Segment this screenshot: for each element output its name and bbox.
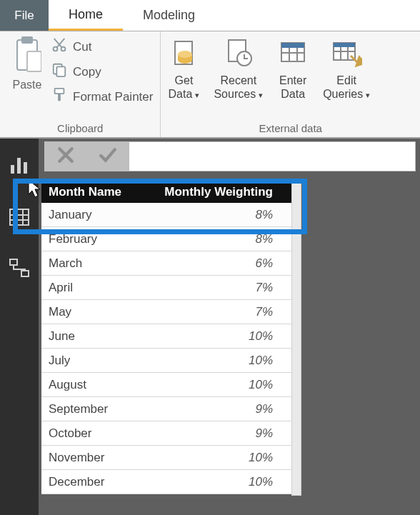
cut-label: Cut: [73, 40, 91, 54]
get-data-label-2: Data: [169, 88, 193, 100]
recent-label-2: Sources: [214, 88, 256, 100]
paste-label: Paste: [13, 79, 42, 91]
report-view-button[interactable]: [5, 153, 34, 181]
formula-input[interactable]: [129, 141, 416, 171]
enter-data-button[interactable]: Enter Data: [277, 37, 309, 101]
x-icon: [56, 154, 75, 166]
tab-home[interactable]: Home: [49, 0, 123, 31]
cell-weight: 10%: [147, 378, 283, 392]
cell-month: April: [41, 281, 147, 295]
svg-rect-18: [334, 43, 355, 47]
column-header-month[interactable]: Month Name: [41, 185, 147, 199]
cell-weight: 7%: [147, 305, 283, 319]
svg-rect-20: [17, 158, 21, 174]
table-row[interactable]: July10%: [41, 349, 291, 373]
column-header-weight[interactable]: Monthly Weighting: [147, 185, 283, 199]
svg-rect-6: [56, 66, 65, 76]
work-area: Month Name Monthly Weighting January8%Fe…: [0, 139, 420, 515]
cut-button[interactable]: Cut: [51, 37, 153, 56]
svg-rect-21: [24, 162, 27, 174]
table-row[interactable]: May7%: [41, 300, 291, 324]
clipboard-icon: [13, 36, 41, 77]
cancel-formula-button[interactable]: [56, 146, 75, 167]
cell-month: December: [41, 475, 147, 489]
table-row[interactable]: April7%: [41, 276, 291, 300]
cell-month: June: [41, 329, 147, 344]
table-row[interactable]: December10%: [41, 470, 291, 494]
scissors-icon: [51, 37, 67, 56]
paintbrush-icon: [51, 87, 67, 106]
edit-label-1: Edit: [336, 74, 356, 86]
table-row[interactable]: October9%: [41, 421, 291, 446]
canvas: Month Name Monthly Weighting January8%Fe…: [39, 139, 420, 515]
svg-rect-23: [10, 259, 17, 265]
caret-down-icon: ▾: [259, 91, 263, 99]
bar-chart-icon: [9, 155, 30, 179]
paste-button[interactable]: Paste: [7, 34, 47, 91]
cell-month: March: [41, 256, 147, 271]
ribbon-tabstrip: File Home Modeling: [0, 0, 420, 31]
cell-month: May: [41, 305, 147, 319]
svg-rect-22: [10, 209, 29, 225]
enter-label-1: Enter: [279, 74, 306, 86]
cell-weight: 9%: [147, 426, 283, 441]
table-row[interactable]: September9%: [41, 397, 291, 421]
svg-rect-1: [21, 36, 33, 44]
data-grid: Month Name Monthly Weighting January8%Fe…: [41, 181, 291, 494]
relationship-icon: [9, 258, 30, 282]
table-row[interactable]: August10%: [41, 373, 291, 397]
recent-icon: [223, 37, 254, 74]
table-row[interactable]: June10%: [41, 324, 291, 349]
get-data-button[interactable]: Get Data▾: [168, 37, 199, 101]
model-view-button[interactable]: [5, 256, 34, 284]
caret-down-icon: ▾: [366, 91, 370, 99]
table-row[interactable]: November10%: [41, 446, 291, 470]
formula-bar: [44, 141, 416, 171]
svg-rect-19: [11, 165, 14, 174]
cell-month: January: [41, 208, 147, 222]
copy-label: Copy: [73, 65, 101, 79]
view-switcher: [0, 139, 39, 515]
ribbon: Paste Cut Copy: [0, 31, 420, 139]
cell-weight: 10%: [147, 329, 283, 344]
cell-weight: 8%: [147, 208, 283, 222]
group-label-clipboard: Clipboard: [7, 121, 153, 136]
cell-weight: 7%: [147, 281, 283, 295]
cell-weight: 8%: [147, 232, 283, 246]
cell-weight: 10%: [147, 451, 283, 465]
commit-formula-button[interactable]: [99, 146, 117, 167]
tab-modeling[interactable]: Modeling: [123, 0, 215, 31]
data-view-button[interactable]: [5, 204, 34, 233]
ribbon-group-external-data: Get Data▾ Recent Sources▾ Enter Data: [161, 31, 420, 137]
cell-weight: 9%: [147, 402, 283, 416]
group-label-external-data: External data: [168, 121, 413, 136]
edit-queries-button[interactable]: Edit Queries▾: [323, 37, 370, 101]
grid-icon: [9, 206, 30, 231]
svg-rect-24: [21, 271, 29, 276]
format-painter-button[interactable]: Format Painter: [51, 87, 153, 106]
cell-month: October: [41, 426, 147, 441]
svg-rect-8: [58, 94, 61, 101]
svg-rect-7: [55, 89, 64, 94]
cell-month: February: [41, 232, 147, 246]
copy-button[interactable]: Copy: [51, 62, 153, 81]
vertical-scrollbar[interactable]: [291, 181, 301, 496]
copy-icon: [51, 62, 67, 81]
format-painter-label: Format Painter: [73, 90, 153, 104]
get-data-label-1: Get: [175, 74, 194, 86]
check-icon: [99, 154, 117, 166]
table-row[interactable]: March6%: [41, 251, 291, 276]
svg-rect-2: [27, 51, 41, 71]
cell-month: July: [41, 354, 147, 368]
cell-weight: 6%: [147, 256, 283, 271]
recent-sources-button[interactable]: Recent Sources▾: [214, 37, 263, 101]
table-row[interactable]: February8%: [41, 227, 291, 251]
tab-file[interactable]: File: [0, 0, 49, 31]
database-icon: [168, 37, 199, 74]
svg-point-12: [178, 51, 192, 58]
svg-rect-16: [281, 43, 304, 48]
table-header-row: Month Name Monthly Weighting: [41, 181, 291, 203]
cell-month: November: [41, 451, 147, 465]
cell-month: September: [41, 402, 147, 416]
table-row[interactable]: January8%: [41, 203, 291, 227]
